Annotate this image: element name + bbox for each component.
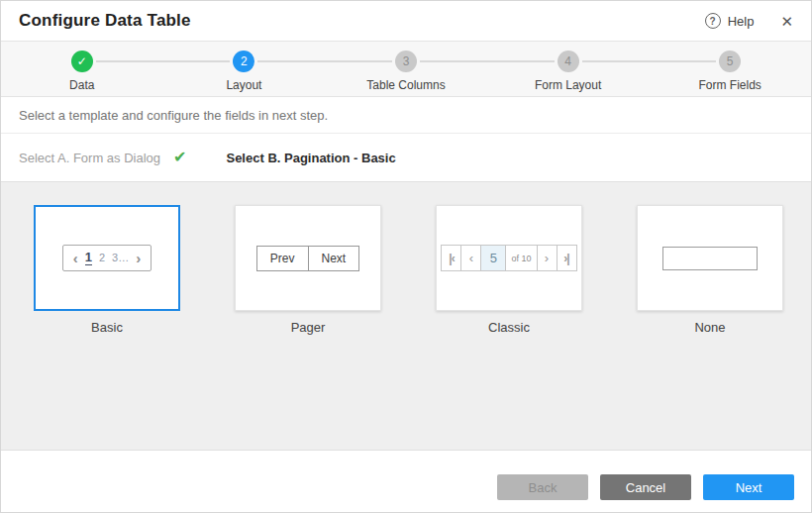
help-button[interactable]: ? Help: [705, 13, 755, 29]
pager-pagination-preview: Prev Next: [256, 246, 359, 271]
page-title: Configure Data Table: [19, 11, 191, 31]
page-count-label: of 10: [505, 245, 537, 271]
basic-pagination-preview: ‹ 1 2 3… ›: [62, 245, 152, 271]
template-card-classic[interactable]: |‹ ‹ 5 of 10 › ›|: [436, 205, 582, 311]
cancel-button[interactable]: Cancel: [600, 474, 691, 500]
step-data[interactable]: ✓ Data: [1, 51, 163, 96]
next-button-label: Next: [309, 246, 360, 271]
empty-pagination-preview: [662, 247, 758, 270]
header-actions: ? Help ✕: [705, 13, 793, 29]
next-page-icon: ›: [537, 245, 558, 271]
prev-page-icon: ‹: [460, 245, 481, 271]
template-gallery: ‹ 1 2 3… › Basic Prev Next Pager: [1, 181, 811, 451]
template-card-none[interactable]: [637, 205, 783, 311]
template-option-basic[interactable]: ‹ 1 2 3… › Basic: [34, 205, 180, 335]
template-label: Pager: [235, 320, 381, 335]
current-page-number: 1: [85, 251, 92, 265]
template-option-classic[interactable]: |‹ ‹ 5 of 10 › ›| Classic: [436, 205, 582, 335]
instruction-text: Select a template and configure the fiel…: [1, 97, 811, 134]
step-label: Form Layout: [487, 78, 650, 92]
first-page-icon: |‹: [441, 245, 461, 271]
template-cards-row: ‹ 1 2 3… › Basic Prev Next Pager: [1, 182, 811, 335]
prev-page-icon: ‹: [73, 251, 78, 265]
template-label: Classic: [436, 320, 582, 335]
template-label: Basic: [34, 320, 180, 335]
select-a-label: Select A. Form as Dialog: [19, 151, 160, 165]
step-form-fields[interactable]: 5 Form Fields: [649, 51, 811, 96]
step-layout[interactable]: 2 Layout: [163, 51, 326, 96]
help-label: Help: [728, 14, 755, 29]
selection-summary: Select A. Form as Dialog ✔ Select B. Pag…: [1, 134, 811, 181]
page-number: 3…: [112, 252, 129, 263]
select-b-label: Select B. Pagination - Basic: [226, 151, 395, 165]
step-table-columns[interactable]: 3 Table Columns: [325, 51, 487, 96]
back-button[interactable]: Back: [497, 474, 588, 500]
check-icon: ✔: [173, 150, 186, 165]
page-number: 2: [99, 252, 105, 263]
step-number-badge: 3: [395, 51, 417, 72]
configure-data-table-dialog: Configure Data Table ? Help ✕ ✓ Data 2 L…: [0, 0, 812, 513]
step-label: Layout: [163, 78, 326, 92]
template-card-pager[interactable]: Prev Next: [235, 205, 381, 311]
classic-pagination-preview: |‹ ‹ 5 of 10 › ›|: [441, 245, 576, 271]
dialog-footer: Back Cancel Next: [1, 451, 811, 500]
step-label: Data: [1, 78, 163, 92]
step-label: Table Columns: [325, 78, 487, 92]
close-icon[interactable]: ✕: [780, 14, 793, 29]
template-option-pager[interactable]: Prev Next Pager: [235, 205, 381, 335]
template-option-none[interactable]: None: [637, 205, 783, 335]
step-number-badge: 4: [558, 51, 579, 72]
wizard-stepper: ✓ Data 2 Layout 3 Table Columns 4 Form L…: [1, 42, 811, 97]
help-icon: ?: [705, 13, 721, 29]
current-page-number: 5: [480, 245, 506, 271]
last-page-icon: ›|: [557, 245, 577, 271]
dialog-header: Configure Data Table ? Help ✕: [1, 1, 811, 42]
step-form-layout[interactable]: 4 Form Layout: [487, 51, 650, 96]
next-button[interactable]: Next: [703, 474, 794, 500]
next-page-icon: ›: [136, 251, 141, 265]
step-label: Form Fields: [649, 78, 811, 92]
template-card-basic[interactable]: ‹ 1 2 3… ›: [34, 205, 180, 311]
step-number-badge: 2: [233, 51, 254, 72]
prev-button-label: Prev: [256, 246, 309, 271]
step-number-badge: 5: [719, 51, 741, 72]
step-complete-check-icon: ✓: [71, 51, 93, 72]
template-label: None: [637, 320, 783, 335]
